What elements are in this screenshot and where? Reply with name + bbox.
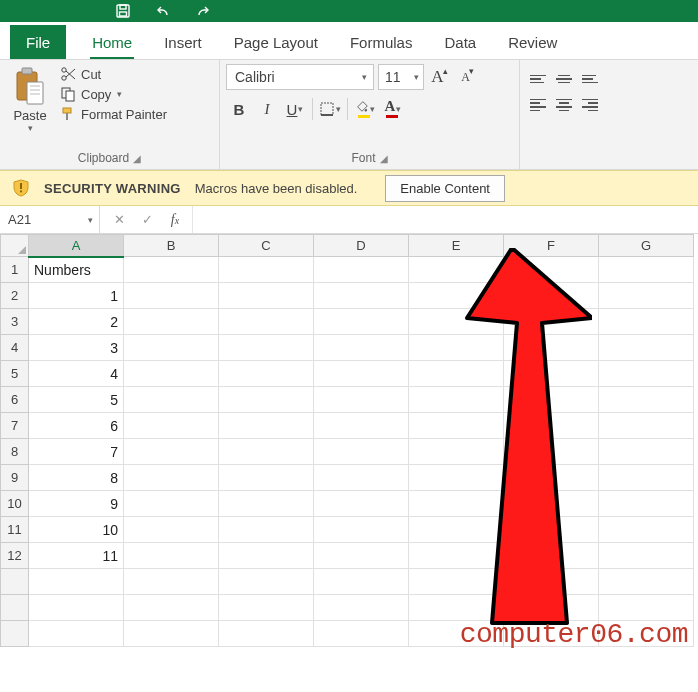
cell[interactable] (219, 621, 314, 647)
cell-G9[interactable] (599, 465, 694, 491)
cell-C11[interactable] (219, 517, 314, 543)
row-header[interactable]: 3 (1, 309, 29, 335)
cancel-formula-button[interactable]: ✕ (108, 209, 130, 231)
cell-D2[interactable] (314, 283, 409, 309)
align-bottom-button[interactable] (578, 68, 602, 90)
cell-A10[interactable]: 9 (29, 491, 124, 517)
cell-G6[interactable] (599, 387, 694, 413)
row-header[interactable]: 2 (1, 283, 29, 309)
qat-save-button[interactable] (110, 0, 136, 22)
cell-A7[interactable]: 6 (29, 413, 124, 439)
cell[interactable] (504, 621, 599, 647)
align-center-button[interactable] (552, 94, 576, 116)
cell-B4[interactable] (124, 335, 219, 361)
column-header-A[interactable]: A (29, 235, 124, 257)
cell-E11[interactable] (409, 517, 504, 543)
cell-D12[interactable] (314, 543, 409, 569)
cell-D5[interactable] (314, 361, 409, 387)
cell-G7[interactable] (599, 413, 694, 439)
cell-A6[interactable]: 5 (29, 387, 124, 413)
tab-data[interactable]: Data (428, 25, 492, 59)
cell-B5[interactable] (124, 361, 219, 387)
enter-formula-button[interactable]: ✓ (136, 209, 158, 231)
font-color-button[interactable]: A▾ (380, 96, 406, 122)
underline-button[interactable]: U▾ (282, 96, 308, 122)
cell-D3[interactable] (314, 309, 409, 335)
cell-G12[interactable] (599, 543, 694, 569)
cell-C7[interactable] (219, 413, 314, 439)
cell[interactable] (124, 569, 219, 595)
select-all-cell[interactable] (1, 235, 29, 257)
row-header[interactable] (1, 621, 29, 647)
cell-E7[interactable] (409, 413, 504, 439)
cell[interactable] (219, 595, 314, 621)
cell-B2[interactable] (124, 283, 219, 309)
format-painter-button[interactable]: Format Painter (60, 106, 167, 122)
row-header[interactable] (1, 595, 29, 621)
cell-G5[interactable] (599, 361, 694, 387)
insert-function-button[interactable]: fx (164, 209, 186, 231)
cell-E1[interactable] (409, 257, 504, 283)
row-header[interactable]: 9 (1, 465, 29, 491)
column-header-E[interactable]: E (409, 235, 504, 257)
cell[interactable] (409, 595, 504, 621)
bold-button[interactable]: B (226, 96, 252, 122)
row-header[interactable]: 11 (1, 517, 29, 543)
cell-B9[interactable] (124, 465, 219, 491)
fill-color-button[interactable]: ▾ (352, 96, 378, 122)
cell-A2[interactable]: 1 (29, 283, 124, 309)
name-box[interactable]: A21 ▾ (0, 206, 100, 233)
cell-G10[interactable] (599, 491, 694, 517)
cell-E8[interactable] (409, 439, 504, 465)
cell-C8[interactable] (219, 439, 314, 465)
cell[interactable] (599, 621, 694, 647)
cell-B11[interactable] (124, 517, 219, 543)
copy-button[interactable]: Copy ▾ (60, 86, 167, 102)
cell-C3[interactable] (219, 309, 314, 335)
cell-C12[interactable] (219, 543, 314, 569)
cell[interactable] (599, 569, 694, 595)
cell-A12[interactable]: 11 (29, 543, 124, 569)
font-name-combo[interactable]: Calibri ▾ (226, 64, 374, 90)
align-right-button[interactable] (578, 94, 602, 116)
cell-B1[interactable] (124, 257, 219, 283)
cell-D8[interactable] (314, 439, 409, 465)
tab-formulas[interactable]: Formulas (334, 25, 429, 59)
cell-D4[interactable] (314, 335, 409, 361)
cell-F10[interactable] (504, 491, 599, 517)
cell-E2[interactable] (409, 283, 504, 309)
row-header[interactable]: 10 (1, 491, 29, 517)
cell-F5[interactable] (504, 361, 599, 387)
cell-A5[interactable]: 4 (29, 361, 124, 387)
cell[interactable] (314, 569, 409, 595)
cell-G4[interactable] (599, 335, 694, 361)
cell-A1[interactable]: Numbers (29, 257, 124, 283)
cell[interactable] (314, 621, 409, 647)
column-header-D[interactable]: D (314, 235, 409, 257)
cell-E6[interactable] (409, 387, 504, 413)
cell-C4[interactable] (219, 335, 314, 361)
tab-review[interactable]: Review (492, 25, 573, 59)
cell-B7[interactable] (124, 413, 219, 439)
cell-D1[interactable] (314, 257, 409, 283)
cell-F2[interactable] (504, 283, 599, 309)
paste-button[interactable]: Paste ▾ (6, 64, 54, 149)
enable-content-button[interactable]: Enable Content (385, 175, 505, 202)
cell-F4[interactable] (504, 335, 599, 361)
cell-D7[interactable] (314, 413, 409, 439)
cell-E5[interactable] (409, 361, 504, 387)
tab-file[interactable]: File (10, 25, 66, 59)
cell-F3[interactable] (504, 309, 599, 335)
cell[interactable] (29, 595, 124, 621)
cell-E9[interactable] (409, 465, 504, 491)
cell[interactable] (599, 595, 694, 621)
cell-C2[interactable] (219, 283, 314, 309)
row-header[interactable]: 7 (1, 413, 29, 439)
row-header[interactable]: 6 (1, 387, 29, 413)
row-header[interactable]: 1 (1, 257, 29, 283)
cell-C10[interactable] (219, 491, 314, 517)
cell-E3[interactable] (409, 309, 504, 335)
cut-button[interactable]: Cut (60, 66, 167, 82)
cell-F6[interactable] (504, 387, 599, 413)
font-dialog-launcher-icon[interactable]: ◢ (380, 153, 388, 164)
